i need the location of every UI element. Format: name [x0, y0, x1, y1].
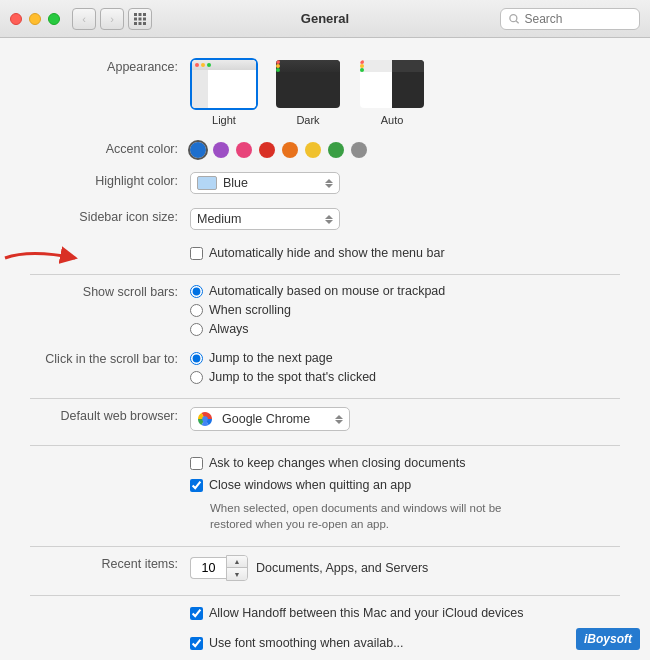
font-smoothing-section: Use font smoothing when availab...: [30, 634, 620, 650]
accent-green[interactable]: [328, 142, 344, 158]
close-windows-section: Ask to keep changes when closing documen…: [30, 454, 620, 532]
handoff-section: Allow Handoff between this Mac and your …: [30, 604, 620, 620]
click-scroll-jump-radio[interactable]: [190, 352, 203, 365]
sidebar-icon-size-section: Sidebar icon size: Medium: [30, 208, 620, 230]
handoff-checkbox[interactable]: [190, 607, 203, 620]
appearance-dark[interactable]: Dark: [274, 58, 342, 126]
accent-graphite[interactable]: [351, 142, 367, 158]
scroll-bars-label: Show scroll bars:: [30, 283, 190, 299]
appearance-auto[interactable]: Auto: [358, 58, 426, 126]
back-button[interactable]: ‹: [72, 8, 96, 30]
close-windows-label-text: Close windows when quitting an app: [209, 478, 411, 492]
font-smoothing-label: [30, 634, 190, 636]
appearance-options: Light: [190, 58, 426, 126]
browser-section: Default web browser: Google Chrome: [30, 407, 620, 431]
accent-pink[interactable]: [236, 142, 252, 158]
window-title: General: [301, 11, 349, 26]
click-scroll-spot[interactable]: Jump to the spot that's clicked: [190, 370, 376, 384]
appearance-light[interactable]: Light: [190, 58, 258, 126]
menu-bar-checkbox-label: Automatically hide and show the menu bar: [209, 246, 445, 260]
stepper-arrow-container: ▲ ▼: [226, 555, 248, 581]
forward-button[interactable]: ›: [100, 8, 124, 30]
browser-dropdown[interactable]: Google Chrome: [190, 407, 350, 431]
click-scroll-spot-radio[interactable]: [190, 371, 203, 384]
highlight-color-swatch: [197, 176, 217, 190]
recent-items-label: Recent items:: [30, 555, 190, 571]
svg-rect-7: [139, 22, 142, 25]
svg-rect-4: [139, 17, 142, 20]
scroll-bars-auto-radio[interactable]: [190, 285, 203, 298]
stepper-down-button[interactable]: ▼: [227, 568, 247, 580]
main-content: Appearance:: [0, 38, 650, 660]
svg-rect-3: [134, 17, 137, 20]
appearance-light-label: Light: [212, 114, 236, 126]
search-bar[interactable]: [500, 8, 640, 30]
appearance-label: Appearance:: [30, 58, 190, 74]
svg-rect-8: [143, 22, 146, 25]
scroll-bars-auto-label: Automatically based on mouse or trackpad: [209, 284, 445, 298]
scroll-bars-when-scrolling[interactable]: When scrolling: [190, 303, 445, 317]
accent-yellow[interactable]: [305, 142, 321, 158]
minimize-button[interactable]: [29, 13, 41, 25]
ask-changes-row: Ask to keep changes when closing documen…: [190, 454, 530, 470]
chrome-icon: [197, 411, 213, 427]
accent-red[interactable]: [259, 142, 275, 158]
font-smoothing-checkbox[interactable]: [190, 637, 203, 650]
accent-color-label: Accent color:: [30, 140, 190, 156]
sidebar-icon-size-label: Sidebar icon size:: [30, 208, 190, 224]
highlight-color-arrows: [325, 179, 333, 188]
click-scroll-section: Click in the scroll bar to: Jump to the …: [30, 350, 620, 384]
appearance-auto-thumb: [358, 58, 426, 110]
highlight-color-dropdown[interactable]: Blue: [190, 172, 340, 194]
click-scroll-jump[interactable]: Jump to the next page: [190, 351, 376, 365]
menu-bar-section: Automatically hide and show the menu bar: [30, 244, 620, 260]
recent-items-value: 10: [190, 557, 226, 579]
scroll-bars-always-radio[interactable]: [190, 323, 203, 336]
handoff-label: [30, 604, 190, 606]
appearance-light-thumb: [190, 58, 258, 110]
grid-button[interactable]: [128, 8, 152, 30]
font-smoothing-label-text: Use font smoothing when availab...: [209, 636, 404, 650]
watermark: iBoysoft: [576, 628, 640, 650]
highlight-color-label: Highlight color:: [30, 172, 190, 188]
ask-changes-checkbox[interactable]: [190, 457, 203, 470]
close-windows-checkbox[interactable]: [190, 479, 203, 492]
recent-items-stepper[interactable]: 10 ▲ ▼: [190, 555, 248, 581]
highlight-color-value: Blue: [223, 176, 248, 190]
svg-rect-5: [143, 17, 146, 20]
scroll-bars-auto[interactable]: Automatically based on mouse or trackpad: [190, 284, 445, 298]
click-scroll-spot-label: Jump to the spot that's clicked: [209, 370, 376, 384]
sidebar-icon-size-dropdown[interactable]: Medium: [190, 208, 340, 230]
svg-rect-2: [143, 13, 146, 16]
appearance-auto-label: Auto: [381, 114, 404, 126]
handoff-label-text: Allow Handoff between this Mac and your …: [209, 606, 524, 620]
nav-buttons: ‹ ›: [72, 8, 124, 30]
svg-line-10: [516, 20, 519, 23]
traffic-lights: [10, 13, 60, 25]
accent-colors: [190, 140, 367, 158]
stepper-up-button[interactable]: ▲: [227, 556, 247, 568]
separator-2: [30, 398, 620, 399]
ask-changes-label: Ask to keep changes when closing documen…: [209, 456, 465, 470]
browser-arrows: [335, 415, 343, 424]
separator-3: [30, 445, 620, 446]
menu-bar-checkbox[interactable]: [190, 247, 203, 260]
appearance-dark-label: Dark: [296, 114, 319, 126]
search-input[interactable]: [524, 12, 631, 26]
recent-items-row: 10 ▲ ▼ Documents, Apps, and Servers: [190, 555, 428, 581]
accent-orange[interactable]: [282, 142, 298, 158]
recent-items-section: Recent items: 10 ▲ ▼ Documents, Apps, an…: [30, 555, 620, 581]
scroll-bars-always-label: Always: [209, 322, 249, 336]
accent-purple[interactable]: [213, 142, 229, 158]
appearance-dark-thumb: [274, 58, 342, 110]
scroll-bars-always[interactable]: Always: [190, 322, 445, 336]
font-smoothing-checkbox-row: Use font smoothing when availab...: [190, 634, 404, 650]
scroll-bars-scrolling-radio[interactable]: [190, 304, 203, 317]
close-windows-options: Ask to keep changes when closing documen…: [190, 454, 530, 532]
scroll-bars-section: Show scroll bars: Automatically based on…: [30, 283, 620, 336]
click-scroll-options: Jump to the next page Jump to the spot t…: [190, 350, 376, 384]
svg-rect-6: [134, 22, 137, 25]
maximize-button[interactable]: [48, 13, 60, 25]
accent-blue[interactable]: [190, 142, 206, 158]
close-button[interactable]: [10, 13, 22, 25]
